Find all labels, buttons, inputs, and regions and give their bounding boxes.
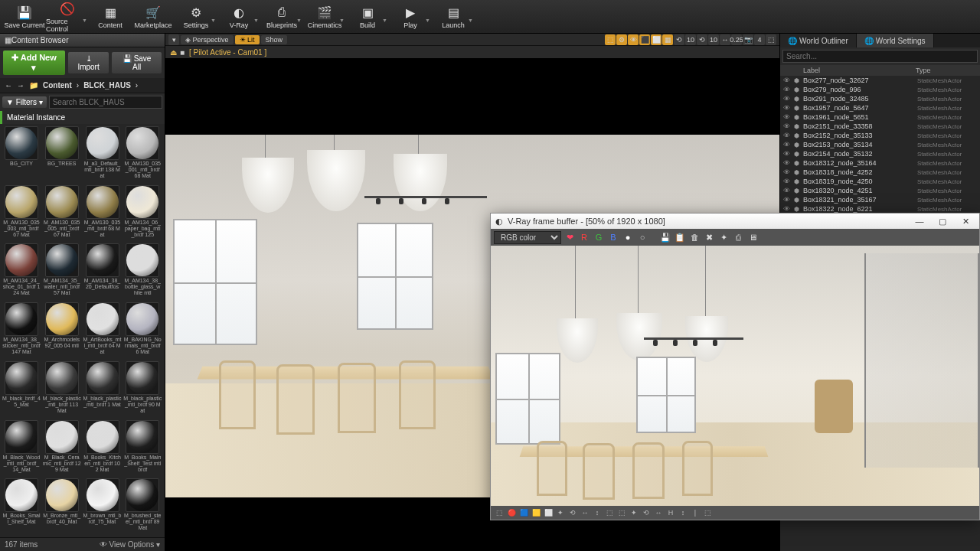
asset-thumb[interactable]: M_black_plastic_mtl_brdf 113 Mat bbox=[43, 361, 81, 419]
vfb-footer-button[interactable]: ⬚ bbox=[616, 507, 627, 518]
asset-thumb[interactable]: BG_CITY bbox=[2, 126, 41, 184]
folder-icon[interactable]: 📁 bbox=[29, 81, 38, 90]
asset-thumb[interactable]: M_Books_Main_Shelf_Test mtl brdf bbox=[123, 420, 162, 478]
asset-thumb[interactable]: M_AM134_38_20_Defaultfos bbox=[83, 243, 122, 301]
channel-button[interactable]: G bbox=[593, 231, 605, 243]
visibility-icon[interactable]: 👁 bbox=[783, 187, 794, 194]
viewport-tool-icon[interactable]: ⬚ bbox=[766, 34, 776, 45]
outliner-row[interactable]: 👁⬢Box2152_node_35133StaticMeshActor bbox=[780, 131, 980, 140]
viewport-tool-icon[interactable]: ↔ bbox=[720, 34, 730, 45]
outliner-row[interactable]: 👁⬢Box2154_node_35132StaticMeshActor bbox=[780, 149, 980, 158]
visibility-icon[interactable]: 👁 bbox=[783, 205, 794, 213]
asset-thumb[interactable]: M_AM134_38_bottle_glass_white mtl bbox=[123, 243, 162, 301]
vfb-tool-button[interactable]: 🗑 bbox=[688, 231, 701, 243]
visibility-icon[interactable]: 👁 bbox=[783, 132, 794, 139]
breadcrumb[interactable]: ← → 📁 Content› BLCK_HAUS› bbox=[0, 78, 165, 93]
viewport-tool-icon[interactable]: 0.25 bbox=[731, 34, 742, 45]
vfb-tool-button[interactable]: 🖥 bbox=[746, 231, 759, 243]
vfb-footer-button[interactable]: | bbox=[690, 507, 701, 518]
viewport-tool-icon[interactable]: 10 bbox=[708, 34, 719, 45]
outliner-row[interactable]: 👁⬢Box2151_node_33358StaticMeshActor bbox=[780, 122, 980, 131]
maximize-button[interactable]: ▢ bbox=[933, 217, 952, 227]
search-input[interactable] bbox=[49, 96, 162, 109]
asset-thumb[interactable]: M_AM130_035_005_mtl_brdf 67 Mat bbox=[43, 185, 81, 243]
viewport-tool-icon[interactable]: 4 bbox=[754, 34, 765, 45]
viewport-tool-icon[interactable]: ⬚ bbox=[605, 34, 616, 45]
breadcrumb-item[interactable]: BLCK_HAUS bbox=[83, 81, 131, 90]
vfb-footer-button[interactable]: ↔ bbox=[580, 507, 590, 518]
col-label[interactable]: Label bbox=[803, 67, 916, 74]
vfb-footer-button[interactable]: 🟦 bbox=[518, 507, 529, 518]
viewport-tool-icon[interactable]: 10 bbox=[685, 34, 696, 45]
vfb-tool-button[interactable]: ✦ bbox=[717, 231, 730, 243]
asset-thumb[interactable]: M_black_plastic_mtl_brdf 90 Mat bbox=[123, 361, 162, 419]
viewport-tool-icon[interactable]: ⟲ bbox=[697, 34, 707, 45]
perspective-button[interactable]: ◈ Perspective bbox=[181, 35, 234, 44]
vfb-footer-button[interactable]: ⟲ bbox=[641, 507, 652, 518]
vray-button[interactable]: ◐V-Ray▼ bbox=[217, 2, 260, 32]
eject-icon[interactable]: ⏏ bbox=[170, 48, 177, 57]
save-button[interactable]: 💾Save Current bbox=[3, 2, 46, 32]
tab-world-settings[interactable]: 🌐 World Settings bbox=[857, 34, 934, 47]
col-type[interactable]: Type bbox=[916, 67, 975, 74]
vfb-footer-button[interactable]: ⟲ bbox=[567, 507, 578, 518]
viewport-tool-icon[interactable]: ⬛ bbox=[639, 34, 650, 45]
channel-select[interactable]: RGB color bbox=[494, 231, 561, 244]
lit-button[interactable]: ☀ Lit bbox=[235, 35, 260, 44]
outliner-row[interactable]: 👁⬢Box18319_node_4250StaticMeshActor bbox=[780, 177, 980, 186]
visibility-icon[interactable]: 👁 bbox=[783, 77, 794, 84]
channel-button[interactable]: B bbox=[607, 231, 619, 243]
save-all-button[interactable]: 💾 Save All bbox=[112, 52, 162, 73]
asset-thumb[interactable]: M_Bronze_mtl_brdf_40_Mat bbox=[43, 478, 81, 536]
vfb-tool-button[interactable]: 💾 bbox=[659, 231, 671, 243]
vfb-render-view[interactable] bbox=[491, 246, 979, 506]
asset-thumb[interactable]: M_AM130_035_001_mtl_brdf 68 Mat bbox=[123, 126, 162, 184]
tab-world-outliner[interactable]: 🌐 World Outliner bbox=[780, 34, 857, 47]
outliner-row[interactable]: 👁⬢Box2153_node_35134StaticMeshActor bbox=[780, 140, 980, 149]
category-header[interactable]: Material Instance bbox=[0, 111, 165, 124]
asset-thumb[interactable]: M_AM134_06_paper_bag_mtl_brdf 125 bbox=[123, 185, 162, 243]
vfb-tool-button[interactable]: 📋 bbox=[674, 231, 686, 243]
channel-button[interactable]: ❤ bbox=[564, 231, 576, 243]
vfb-footer-button[interactable]: 🔴 bbox=[506, 507, 517, 518]
launch-button[interactable]: ▤Launch▼ bbox=[432, 2, 475, 32]
minimize-button[interactable]: — bbox=[910, 217, 929, 226]
asset-thumb[interactable]: M_Archmodels92_005 04 mtl bbox=[43, 302, 81, 360]
visibility-icon[interactable]: 👁 bbox=[783, 178, 794, 185]
vfb-footer-button[interactable]: H bbox=[665, 507, 676, 518]
asset-thumb[interactable]: M_Black_Wood_mtl_mtl_brdf_14_Mat bbox=[2, 420, 41, 478]
asset-thumb[interactable]: M_Black_Ceramic_mtl_brdf 129 Mat bbox=[43, 420, 81, 478]
asset-thumb[interactable]: M_AM130_035_003_mtl_brdf 67 Mat bbox=[2, 185, 41, 243]
bp-button[interactable]: ⎙Blueprints▼ bbox=[260, 2, 303, 32]
visibility-icon[interactable]: 👁 bbox=[783, 159, 794, 167]
viewport-tool-icon[interactable]: ⬜ bbox=[651, 34, 662, 45]
import-button[interactable]: ⤓ Import bbox=[68, 52, 109, 73]
viewport-tool-icon[interactable]: ⟲ bbox=[674, 34, 684, 45]
vfb-footer-button[interactable]: ✦ bbox=[629, 507, 639, 518]
stop-icon[interactable]: ■ bbox=[180, 48, 185, 57]
asset-thumb[interactable]: M_a3_Default_mtl_brdf 138 Mat bbox=[83, 126, 122, 184]
visibility-icon[interactable]: 👁 bbox=[783, 95, 794, 103]
viewport-menu-icon[interactable]: ▾ bbox=[168, 34, 179, 45]
visibility-icon[interactable]: 👁 bbox=[783, 104, 794, 112]
asset-thumb[interactable]: M_BAKING_Normals_mtl_brdf 6 Mat bbox=[123, 302, 162, 360]
asset-thumb[interactable]: M_AM134_24_shoe_01_brdf 124 Mat bbox=[2, 243, 41, 301]
build-button[interactable]: ▣Build▼ bbox=[346, 2, 389, 32]
visibility-icon[interactable]: 👁 bbox=[783, 150, 794, 158]
vfb-footer-button[interactable]: ↔ bbox=[653, 507, 664, 518]
outliner-row[interactable]: 👁⬢Box18312_node_35164StaticMeshActor bbox=[780, 158, 980, 168]
viewport-tool-icon[interactable]: 📷 bbox=[743, 34, 753, 45]
outliner-search-input[interactable] bbox=[782, 50, 978, 63]
asset-thumb[interactable]: M_Books_Small_Shelf_Mat bbox=[2, 478, 41, 536]
cine-button[interactable]: 🎬Cinematics▼ bbox=[303, 2, 346, 32]
outliner-row[interactable]: 👁⬢Box18318_node_4252StaticMeshActor bbox=[780, 168, 980, 177]
outliner-row[interactable]: 👁⬢Box18320_node_4251StaticMeshActor bbox=[780, 186, 980, 195]
src-button[interactable]: 🚫Source Control▼ bbox=[46, 2, 89, 32]
vfb-footer-button[interactable]: ✦ bbox=[555, 507, 566, 518]
visibility-icon[interactable]: 👁 bbox=[783, 86, 794, 93]
outliner-row[interactable]: 👁⬢Box1961_node_5651StaticMeshActor bbox=[780, 112, 980, 122]
asset-thumb[interactable]: M_Books_Kitchen_mtl_brdf 102 Mat bbox=[83, 420, 122, 478]
vfb-footer-button[interactable]: ⬚ bbox=[604, 507, 615, 518]
channel-button[interactable]: ● bbox=[622, 231, 634, 243]
outliner-row[interactable]: 👁⬢Box18321_node_35167StaticMeshActor bbox=[780, 195, 980, 204]
